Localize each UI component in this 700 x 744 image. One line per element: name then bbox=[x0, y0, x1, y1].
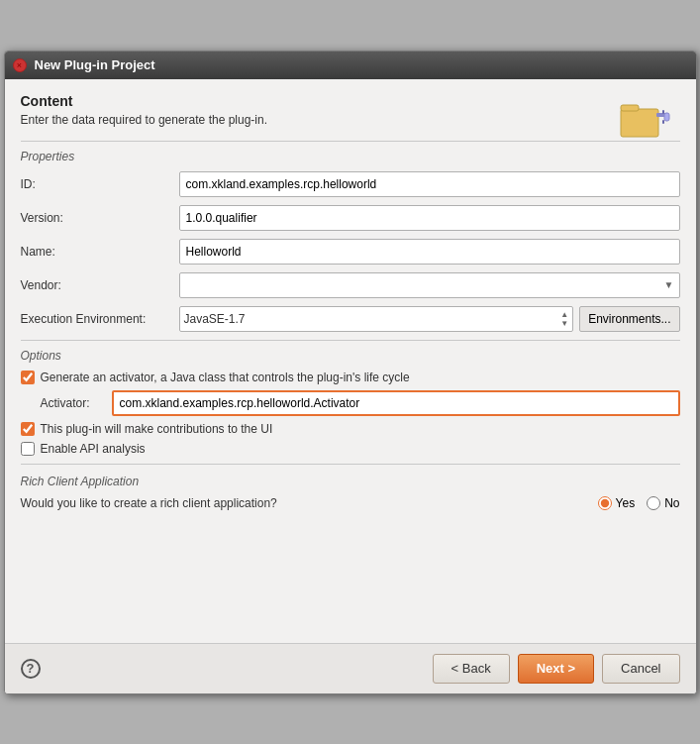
rca-label: Rich Client Application bbox=[21, 475, 680, 488]
environments-button[interactable]: Environments... bbox=[579, 306, 679, 332]
api-analysis-checkbox[interactable] bbox=[21, 442, 35, 456]
name-row: Name: bbox=[21, 239, 680, 265]
vendor-label: Vendor: bbox=[21, 278, 179, 292]
new-plugin-project-window: × New Plug-in Project Content Enter the … bbox=[4, 51, 697, 694]
api-analysis-label: Enable API analysis bbox=[41, 442, 146, 456]
yes-option: Yes bbox=[598, 496, 636, 510]
divider-3 bbox=[21, 464, 680, 465]
rca-section: Rich Client Application Would you like t… bbox=[21, 475, 680, 510]
activator-row: Activator: bbox=[41, 390, 680, 416]
exec-env-spinner[interactable]: JavaSE-1.7 ▲ ▼ bbox=[179, 306, 574, 332]
properties-label: Properties bbox=[21, 150, 680, 163]
contributions-checkbox[interactable] bbox=[21, 422, 35, 436]
divider-2 bbox=[21, 340, 680, 341]
id-input[interactable] bbox=[179, 171, 680, 197]
spinner-down[interactable]: ▼ bbox=[560, 319, 568, 328]
exec-env-label: Execution Environment: bbox=[21, 312, 179, 326]
spinner-up[interactable]: ▲ bbox=[560, 310, 568, 319]
name-input[interactable] bbox=[179, 239, 680, 265]
no-radio[interactable] bbox=[647, 496, 660, 510]
yes-label: Yes bbox=[616, 496, 636, 510]
bottom-buttons: < Back Next > Cancel bbox=[433, 654, 680, 684]
divider-1 bbox=[21, 141, 680, 142]
api-analysis-row: Enable API analysis bbox=[21, 442, 680, 456]
contributions-row: This plug-in will make contributions to … bbox=[21, 422, 680, 436]
vendor-select[interactable] bbox=[179, 272, 680, 298]
id-label: ID: bbox=[21, 177, 179, 191]
plugin-icon bbox=[619, 93, 670, 141]
cancel-button[interactable]: Cancel bbox=[602, 654, 679, 684]
window-title: New Plug-in Project bbox=[35, 57, 155, 72]
yes-radio[interactable] bbox=[598, 496, 612, 510]
svg-rect-5 bbox=[664, 113, 669, 121]
svg-rect-4 bbox=[662, 120, 664, 124]
spinner-arrows: ▲ ▼ bbox=[560, 310, 568, 328]
generate-activator-checkbox[interactable] bbox=[21, 371, 35, 384]
no-option: No bbox=[647, 496, 679, 510]
close-button[interactable]: × bbox=[13, 58, 27, 72]
version-row: Version: bbox=[21, 205, 680, 231]
options-label: Options bbox=[21, 349, 680, 363]
help-icon[interactable]: ? bbox=[21, 659, 41, 679]
bottom-left: ? bbox=[21, 659, 41, 679]
content-area: Content Enter the data required to gener… bbox=[5, 79, 696, 524]
rca-row: Would you like to create a rich client a… bbox=[21, 496, 680, 510]
vendor-row: Vendor: ▼ bbox=[21, 272, 680, 298]
spacer bbox=[5, 524, 696, 643]
plugin-icon-wrapper bbox=[619, 93, 670, 144]
back-button[interactable]: < Back bbox=[433, 654, 510, 684]
rca-question: Would you like to create a rich client a… bbox=[21, 496, 277, 510]
exec-env-wrapper: JavaSE-1.7 ▲ ▼ Environments... bbox=[179, 306, 680, 332]
name-label: Name: bbox=[21, 245, 179, 259]
next-button[interactable]: Next > bbox=[518, 654, 594, 684]
activator-input[interactable] bbox=[112, 390, 680, 416]
bottom-bar: ? < Back Next > Cancel bbox=[5, 643, 696, 693]
svg-rect-1 bbox=[621, 105, 639, 111]
options-section: Options Generate an activator, a Java cl… bbox=[21, 349, 680, 456]
svg-rect-0 bbox=[621, 109, 658, 137]
exec-env-value: JavaSE-1.7 bbox=[184, 312, 246, 326]
rca-radio-group: Yes No bbox=[598, 496, 680, 510]
titlebar: × New Plug-in Project bbox=[5, 52, 696, 79]
contributions-label: This plug-in will make contributions to … bbox=[41, 422, 273, 436]
id-row: ID: bbox=[21, 171, 680, 197]
no-label: No bbox=[664, 496, 679, 510]
vendor-select-wrapper: ▼ bbox=[179, 272, 680, 298]
version-input[interactable] bbox=[179, 205, 680, 231]
section-title: Content bbox=[21, 93, 680, 109]
exec-env-row: Execution Environment: JavaSE-1.7 ▲ ▼ En… bbox=[21, 306, 680, 332]
activator-label: Activator: bbox=[41, 396, 112, 410]
version-label: Version: bbox=[21, 211, 179, 225]
section-desc: Enter the data required to generate the … bbox=[21, 113, 680, 127]
generate-activator-row: Generate an activator, a Java class that… bbox=[21, 371, 680, 384]
main-area: Content Enter the data required to gener… bbox=[21, 93, 680, 510]
svg-rect-3 bbox=[662, 110, 664, 114]
generate-activator-label: Generate an activator, a Java class that… bbox=[41, 371, 410, 384]
